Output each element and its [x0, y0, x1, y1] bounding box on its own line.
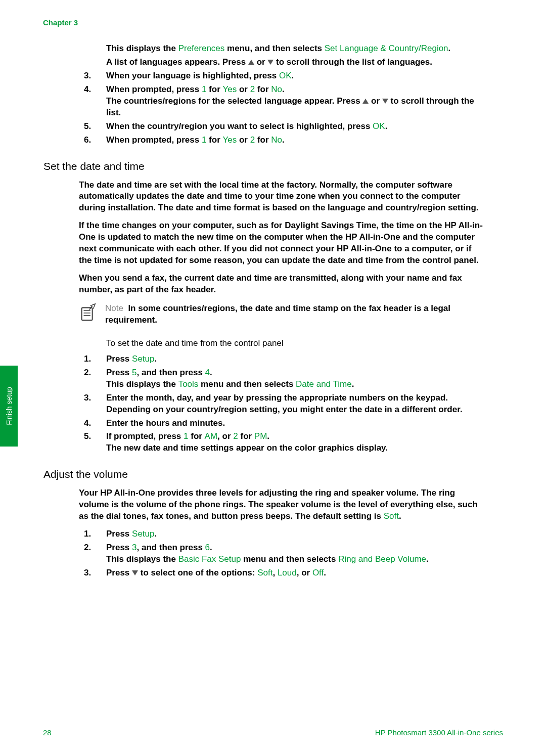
list-item: 4. Enter the hours and minutes. — [84, 418, 483, 429]
heading-date-time: Set the date and time — [43, 160, 483, 172]
language-steps-list: 3. When your language is highlighted, pr… — [84, 70, 483, 146]
up-arrow-icon — [248, 60, 254, 65]
subhead-set-date: To set the date and time from the contro… — [106, 338, 483, 348]
chapter-label: Chapter 3 — [43, 18, 78, 27]
intro-line2: A list of languages appears. Press or to… — [106, 57, 483, 68]
list-item: 2. Press 5, and then press 4. This displ… — [84, 367, 483, 390]
down-arrow-icon — [382, 99, 388, 104]
list-item: 4. When prompted, press 1 for Yes or 2 f… — [84, 84, 483, 119]
date-paragraph-1: The date and time are set with the local… — [79, 180, 483, 214]
note-label: Note — [105, 303, 123, 313]
date-paragraph-3: When you send a fax, the current date an… — [79, 273, 483, 296]
list-item: 3. Enter the month, day, and year by pre… — [84, 392, 483, 416]
note-icon — [79, 303, 98, 324]
note-block: Note In some countries/regions, the date… — [79, 303, 483, 326]
note-text: In some countries/regions, the date and … — [105, 303, 450, 325]
intro-line1: This displays the Preferences menu, and … — [106, 43, 483, 55]
date-steps-list: 1. Press Setup. 2. Press 5, and then pre… — [84, 353, 483, 455]
list-item: 2. Press 3, and then press 6. This displ… — [84, 542, 483, 565]
side-tab-label: Finish setup — [5, 387, 13, 425]
list-item: 5. If prompted, press 1 for AM, or 2 for… — [84, 431, 483, 454]
down-arrow-icon — [267, 60, 274, 65]
list-item: 1. Press Setup. — [84, 353, 483, 365]
list-item: 3. When your language is highlighted, pr… — [84, 70, 483, 82]
volume-paragraph: Your HP All-in-One provides three levels… — [79, 487, 483, 522]
list-item: 6. When prompted, press 1 for Yes or 2 f… — [84, 135, 483, 146]
list-item: 3. Press to select one of the options: S… — [84, 567, 483, 579]
page-number: 28 — [43, 728, 52, 737]
volume-steps-list: 1. Press Setup. 2. Press 3, and then pre… — [84, 528, 483, 579]
page-content: This displays the Preferences menu, and … — [79, 43, 483, 581]
side-tab: Finish setup — [0, 366, 18, 447]
list-item: 5. When the country/region you want to s… — [84, 121, 483, 132]
svg-rect-0 — [82, 307, 93, 320]
list-item: 1. Press Setup. — [84, 528, 483, 540]
up-arrow-icon — [362, 99, 369, 104]
date-paragraph-2: If the time changes on your computer, su… — [79, 220, 483, 266]
footer-title: HP Photosmart 3300 All-in-One series — [375, 728, 503, 737]
heading-volume: Adjust the volume — [43, 468, 483, 480]
down-arrow-icon — [132, 570, 138, 575]
